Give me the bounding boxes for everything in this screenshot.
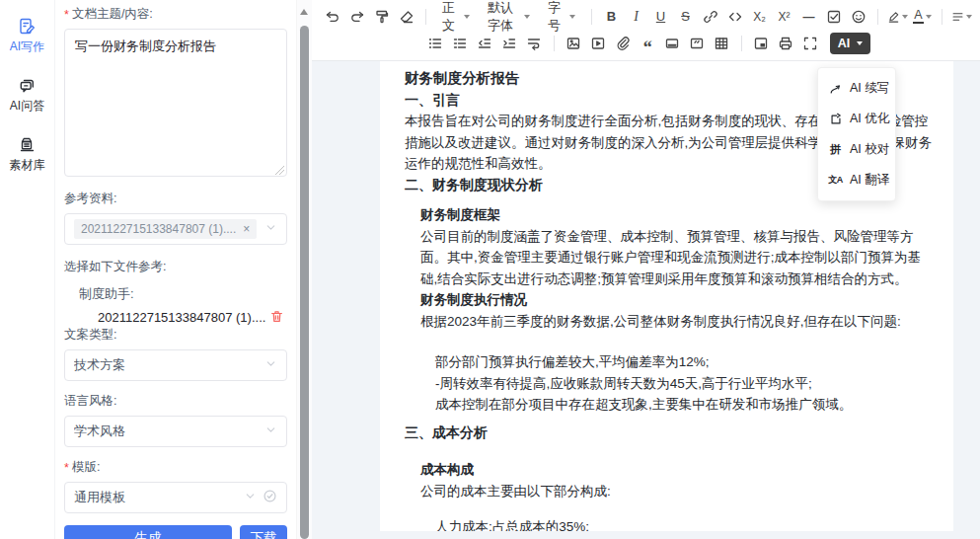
ordered-list-icon[interactable] bbox=[448, 32, 473, 55]
ai-optimize-icon bbox=[828, 112, 843, 126]
attachment-icon[interactable] bbox=[611, 32, 636, 55]
reference-select[interactable]: 2021122715133847807 (1).... × bbox=[64, 213, 287, 245]
check-circle-icon[interactable] bbox=[263, 489, 277, 506]
download-button[interactable]: 下载 bbox=[240, 525, 287, 539]
toolbar-separator bbox=[425, 9, 426, 25]
type-label: 文案类型: bbox=[64, 327, 287, 344]
chevron-down-icon bbox=[966, 15, 972, 19]
highlight-color-icon[interactable] bbox=[885, 5, 910, 29]
redo-icon[interactable] bbox=[344, 5, 369, 29]
style-label: 语言风格: bbox=[64, 393, 287, 410]
toolbar-separator bbox=[554, 36, 555, 51]
ai-translate-icon: 文A bbox=[828, 173, 843, 188]
font-color-icon-glyph: A bbox=[913, 9, 923, 24]
outdent-icon[interactable] bbox=[473, 32, 497, 55]
language-style-select[interactable]: 学术风格 bbox=[64, 416, 287, 447]
toolbar-row-2: “AI bbox=[320, 30, 974, 56]
indent-icon[interactable] bbox=[497, 32, 522, 55]
image-icon[interactable] bbox=[562, 32, 586, 55]
toolbar-separator bbox=[877, 9, 878, 25]
menu-item-AI 优化[interactable]: AI 优化 bbox=[818, 104, 895, 134]
chevron-down-icon bbox=[926, 15, 932, 19]
font-family-select-label: 默认字体 bbox=[488, 0, 515, 35]
sidebar-item-AI问答[interactable]: AI问答 bbox=[10, 75, 44, 115]
italic-icon[interactable]: I bbox=[624, 5, 648, 29]
emoji-icon[interactable] bbox=[846, 5, 870, 29]
scrollbar-thumb[interactable] bbox=[300, 26, 309, 539]
menu-item-AI 翻译[interactable]: 文AAI 翻译 bbox=[818, 165, 895, 195]
remove-tag-icon[interactable]: × bbox=[243, 222, 250, 236]
task-checkbox-icon[interactable] bbox=[821, 5, 846, 29]
sidebar-item-label: AI写作 bbox=[10, 38, 44, 55]
document-paragraph: 公司的成本主要由以下部分构成: bbox=[420, 481, 936, 502]
subscript-icon-glyph: X₂ bbox=[753, 10, 766, 24]
eraser-icon[interactable] bbox=[394, 5, 418, 29]
sidebar-item-素材库[interactable]: 素材库 bbox=[10, 134, 45, 174]
editor-toolbar: 正文默认字体字号BIUSX₂X²—A “AI bbox=[312, 0, 980, 61]
code-block-icon[interactable] bbox=[685, 32, 710, 55]
menu-item-label: AI 续写 bbox=[850, 80, 889, 97]
chevron-down-icon bbox=[857, 41, 863, 45]
document-paragraph: 部分部门预算执行偏差较大,平均偏差率为12%; bbox=[435, 351, 936, 373]
paragraph-style-select-label: 正文 bbox=[442, 0, 455, 35]
superscript-icon[interactable]: X² bbox=[772, 5, 796, 29]
page-preview-icon[interactable] bbox=[749, 32, 774, 55]
align-icon[interactable] bbox=[949, 5, 974, 29]
table-icon[interactable] bbox=[710, 32, 734, 55]
video-icon[interactable] bbox=[586, 32, 611, 55]
paragraph-spacer bbox=[405, 416, 936, 423]
strikethrough-icon[interactable]: S bbox=[673, 5, 698, 29]
resize-handle-icon[interactable] bbox=[275, 166, 284, 175]
reference-file-tag: 2021122715133847807 (1).... × bbox=[74, 219, 257, 239]
bold-icon-glyph: B bbox=[607, 9, 616, 24]
files-label: 选择如下文件参考: bbox=[64, 259, 287, 275]
sidebar-item-label: AI问答 bbox=[10, 98, 44, 115]
font-size-select[interactable]: 字号 bbox=[539, 5, 584, 29]
document-paragraph: 成本控制在部分项目中存在超支现象,主要集中在研发和市场推广领域。 bbox=[435, 394, 936, 416]
panel-scrollbar[interactable] bbox=[296, 0, 312, 539]
print-icon[interactable] bbox=[774, 32, 798, 55]
document-heading: 三、成本分析 bbox=[405, 423, 936, 444]
topic-input[interactable]: 写一份财务制度分析报告 bbox=[64, 29, 287, 177]
file-row: 2021122715133847807 (1).... bbox=[98, 309, 285, 325]
undo-icon[interactable] bbox=[320, 5, 344, 29]
menu-item-AI 校对[interactable]: 拼AI 校对 bbox=[818, 134, 895, 165]
link-icon[interactable] bbox=[698, 5, 722, 29]
ai-button-label: AI bbox=[838, 37, 851, 50]
generate-button[interactable]: 生成 bbox=[64, 525, 232, 539]
bullet-list-icon[interactable] bbox=[423, 32, 448, 55]
ai-menu-button[interactable]: AI bbox=[830, 33, 871, 54]
delete-file-icon[interactable] bbox=[269, 309, 285, 325]
underline-icon-glyph: U bbox=[656, 9, 665, 24]
paragraph-spacer bbox=[405, 443, 936, 459]
sidebar-item-AI写作[interactable]: AI写作 bbox=[10, 16, 44, 55]
font-family-select[interactable]: 默认字体 bbox=[479, 5, 539, 29]
sidebar-item-label: 素材库 bbox=[10, 157, 45, 174]
menu-item-AI 续写[interactable]: AI 续写 bbox=[818, 73, 895, 104]
divider-block-icon[interactable] bbox=[660, 32, 685, 55]
blockquote-icon[interactable]: “ bbox=[636, 32, 660, 55]
line-break-icon[interactable] bbox=[522, 32, 547, 55]
ai-proofread-icon-glyph: 拼 bbox=[830, 142, 841, 157]
bold-icon[interactable]: B bbox=[599, 5, 624, 29]
chevron-down-icon bbox=[569, 15, 575, 19]
file-name: 2021122715133847807 (1).... bbox=[98, 310, 265, 325]
document-paragraph: 人力成本:占总成本的35%; bbox=[435, 516, 936, 531]
subscript-icon[interactable]: X₂ bbox=[747, 5, 772, 29]
inline-code-icon[interactable] bbox=[722, 5, 747, 29]
form-panel: * 文档主题/内容: 写一份财务制度分析报告 参考资料: 20211227151… bbox=[55, 0, 296, 539]
blockquote-icon-glyph: “ bbox=[643, 37, 652, 50]
scroll-up-arrow-icon[interactable] bbox=[300, 9, 308, 15]
template-select[interactable]: 通用模板 bbox=[64, 482, 287, 513]
reference-label: 参考资料: bbox=[64, 191, 287, 207]
fullscreen-icon[interactable] bbox=[798, 32, 823, 55]
horizontal-rule-icon[interactable]: — bbox=[796, 5, 821, 29]
paragraph-style-select[interactable]: 正文 bbox=[433, 5, 479, 29]
underline-icon[interactable]: U bbox=[648, 5, 673, 29]
document-heading: 成本构成 bbox=[420, 459, 936, 481]
format-painter-icon[interactable] bbox=[369, 5, 394, 29]
font-color-icon[interactable]: A bbox=[910, 5, 935, 29]
ai-dropdown-menu: AI 续写AI 优化拼AI 校对文AAI 翻译 bbox=[817, 67, 896, 201]
copy-type-select[interactable]: 技术方案 bbox=[64, 349, 287, 381]
chevron-down-icon bbox=[244, 490, 257, 505]
